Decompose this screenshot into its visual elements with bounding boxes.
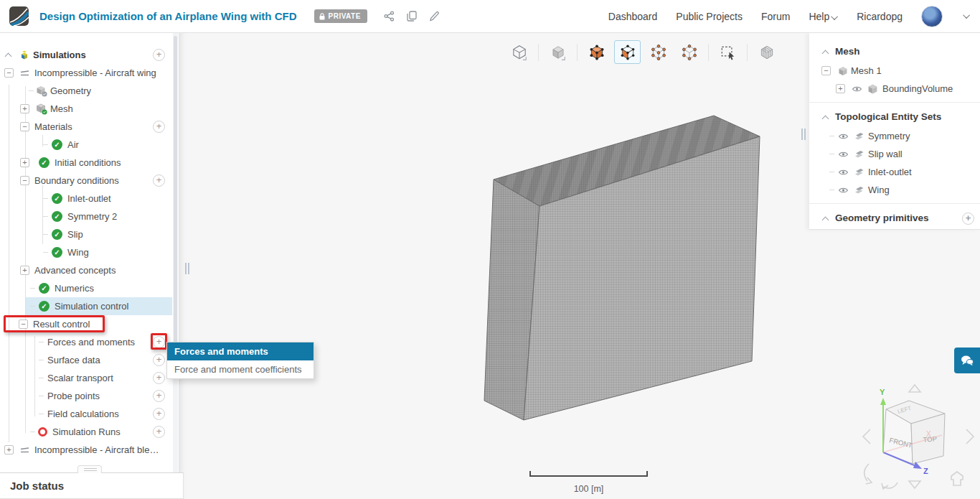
visibility-eye-icon[interactable] (838, 168, 849, 176)
scrollbar-thumb[interactable] (174, 36, 177, 345)
scene-item-mesh-1[interactable]: Mesh 1 (809, 62, 980, 80)
tree-item-wing[interactable]: Wing (0, 243, 179, 261)
rotate-left-arrow (863, 429, 870, 444)
scene-item-slip-wall[interactable]: Slip wall (809, 145, 980, 163)
simulations-icon (19, 50, 30, 60)
simscale-logo[interactable] (9, 6, 29, 26)
visibility-eye-icon[interactable] (852, 85, 862, 93)
tree-stub (39, 360, 44, 360)
project-title[interactable]: Design Optimization of an Airplane Wing … (39, 10, 296, 22)
tree-item-slip[interactable]: Slip (0, 225, 179, 243)
panel-drag-handle[interactable] (77, 465, 102, 473)
menu-item-forces-and-moments[interactable]: Forces and moments (167, 342, 314, 360)
job-status-panel[interactable]: Job status (0, 472, 184, 499)
collapse-chevron-icon[interactable] (5, 52, 11, 58)
navigation-cube[interactable]: LEFT FRONT TOP Y Z X (857, 379, 979, 498)
section-header-mesh[interactable]: Mesh (809, 42, 980, 62)
scale-bar-label: 100 [m] (529, 484, 648, 494)
add-boundary-condition-button[interactable] (153, 174, 165, 187)
avatar[interactable] (921, 6, 943, 27)
copy-icon[interactable] (407, 11, 417, 22)
tree-item-advanced-concepts[interactable]: Advanced concepts (0, 261, 179, 279)
edit-pencil-icon[interactable] (429, 11, 439, 22)
scene-item-label: Wing (809, 185, 890, 195)
tree-item-label: Wing (0, 243, 179, 261)
tree-item-geometry[interactable]: Geometry (0, 82, 179, 100)
annotation-box-add-button (151, 333, 167, 350)
right-panel-resize-handle[interactable] (801, 129, 806, 140)
add-probe-points-button[interactable] (153, 390, 165, 402)
tree-stub (43, 216, 48, 217)
expander-icon[interactable] (20, 158, 29, 167)
collapse-chevron-icon[interactable] (822, 215, 829, 222)
add-field-calculation-button[interactable] (153, 408, 165, 420)
tree-item-symmetry-2[interactable]: Symmetry 2 (0, 207, 179, 225)
left-panel-resize-handle[interactable] (184, 263, 190, 274)
tree-item-numerics[interactable]: Numerics (0, 279, 179, 297)
scene-item-symmetry[interactable]: Symmetry (809, 127, 980, 145)
scene-item-label: BoundingVolume (809, 83, 953, 94)
tree-item-surface-data[interactable]: Surface data (0, 351, 179, 369)
expander-icon[interactable] (20, 104, 29, 113)
tree-stub (39, 396, 44, 396)
visibility-eye-icon[interactable] (838, 186, 849, 194)
tree-item-mesh[interactable]: Mesh (0, 100, 179, 118)
section-header-geometry-primitives[interactable]: Geometry primitives (809, 208, 980, 228)
add-simulation-button[interactable] (153, 49, 165, 61)
expander-icon[interactable] (821, 66, 831, 75)
nav-public-projects[interactable]: Public Projects (676, 11, 743, 22)
section-header-topological-entity-sets[interactable]: Topological Entity Sets (809, 107, 980, 127)
tree-item-label: Numerics (0, 279, 179, 297)
tree-item-initial-conditions[interactable]: Initial conditions (0, 154, 179, 172)
tree-item-simulation-runs[interactable]: Simulation Runs (0, 423, 179, 441)
tree-item-probe-points[interactable]: Probe points (0, 387, 179, 405)
tree-item-field-calculations[interactable]: Field calculations (0, 405, 179, 423)
visibility-eye-icon[interactable] (838, 150, 849, 158)
add-scalar-transport-button[interactable] (153, 372, 165, 384)
nav-username[interactable]: Ricardopg (857, 11, 903, 22)
share-icon[interactable] (384, 11, 395, 22)
tree-item-simulation-control[interactable]: Simulation control (0, 297, 179, 315)
tree-stub (43, 234, 48, 235)
scale-bar (529, 471, 648, 477)
section-divider (809, 102, 980, 103)
account-chevron-down-icon[interactable] (963, 11, 970, 19)
tree-item-boundary-conditions[interactable]: Boundary conditions (0, 172, 179, 190)
add-geometry-primitive-button[interactable] (962, 213, 974, 225)
tree-item-label: Scalar transport (0, 369, 179, 387)
expander-icon[interactable] (836, 84, 845, 93)
menu-item-force-and-moment-coefficients[interactable]: Force and moment coefficients (167, 360, 314, 378)
expander-icon[interactable] (20, 266, 29, 275)
visibility-eye-icon[interactable] (838, 132, 849, 140)
add-surface-data-button[interactable] (153, 354, 165, 366)
chat-support-button[interactable] (954, 348, 980, 373)
section-header-label: Mesh (809, 42, 980, 62)
expander-icon[interactable] (4, 445, 14, 454)
scene-item-boundingvolume[interactable]: BoundingVolume (809, 80, 980, 98)
tree-stub (829, 154, 834, 154)
tree-item-incompressible-wing[interactable]: Incompressible - Aircraft wing (0, 64, 179, 82)
scene-item-inlet-outlet[interactable]: Inlet-outlet (809, 163, 980, 181)
volume-cube-icon (867, 83, 878, 94)
nav-help[interactable]: Help (809, 11, 838, 22)
add-material-button[interactable] (153, 121, 165, 133)
add-simulation-run-button[interactable] (153, 426, 165, 438)
nav-forum[interactable]: Forum (761, 11, 790, 22)
tree-item-label: Symmetry 2 (0, 207, 179, 225)
expander-icon[interactable] (4, 68, 14, 78)
tree-item-air[interactable]: Air (0, 136, 179, 154)
tree-item-inlet-outlet[interactable]: Inlet-outlet (0, 190, 179, 207)
tree-item-scalar-transport[interactable]: Scalar transport (0, 369, 179, 387)
tree-scrollbar[interactable] (173, 33, 178, 472)
expander-icon[interactable] (20, 122, 29, 131)
tree-item-incompressible-blend[interactable]: Incompressible - Aircraft blen... (0, 441, 179, 459)
expander-icon[interactable] (20, 176, 29, 185)
chat-bubbles-icon (960, 355, 974, 366)
nav-dashboard[interactable]: Dashboard (608, 11, 658, 22)
tree-item-simulations[interactable]: Simulations (0, 46, 179, 64)
collapse-chevron-icon[interactable] (822, 114, 829, 121)
collapse-chevron-icon[interactable] (822, 49, 829, 55)
check-status-icon (52, 211, 62, 222)
tree-item-materials[interactable]: Materials (0, 118, 179, 136)
scene-item-wing[interactable]: Wing (809, 181, 980, 199)
